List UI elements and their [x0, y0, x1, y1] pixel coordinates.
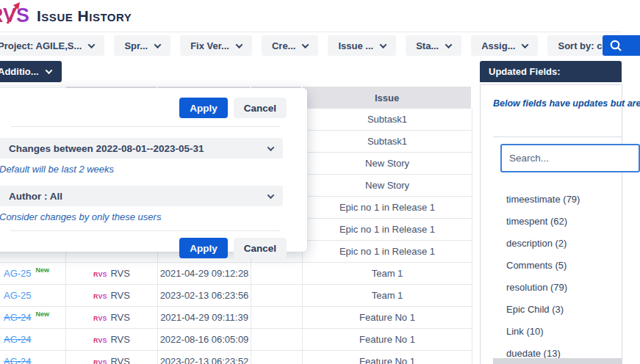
issue-key-link[interactable]: AG-25 — [4, 290, 32, 301]
rvs-logo-text: RVS — [0, 4, 29, 26]
updated-fields-header: Updated Fields: — [480, 61, 622, 82]
field-list-item[interactable]: Epic Child (3) — [506, 298, 580, 320]
issue-cell: Feature No 1 — [303, 307, 472, 329]
issue-cell: Feature No 1 — [303, 351, 472, 364]
search-icon — [609, 39, 622, 52]
field-list-item[interactable]: description (2) — [506, 232, 580, 254]
date-cell: 2023-02-13 06:23:56 — [158, 285, 251, 307]
issue-key-link[interactable]: AG-24 — [4, 312, 32, 323]
filter-chip-fix-version[interactable]: Fix Ver... — [180, 35, 252, 56]
filter-chip-assignee[interactable]: Assig... — [471, 35, 538, 56]
chevron-down-icon — [267, 192, 275, 199]
field-list-item[interactable]: Comments (5) — [506, 254, 580, 276]
table-header-issue: Issue — [303, 87, 472, 109]
date-cell: 2021-04-29 09:12:28 — [158, 263, 251, 285]
extra-cell — [251, 285, 303, 307]
popup-divider — [11, 126, 281, 127]
extra-cell — [251, 307, 303, 329]
rvs-avatar-icon: RVS — [93, 337, 107, 344]
apply-button[interactable]: Apply — [179, 238, 228, 258]
app-window: RVS Issue History Project: AGILE,S...Spr… — [0, 0, 640, 364]
chevron-down-icon — [445, 41, 453, 48]
chevron-down-icon — [302, 41, 309, 48]
apply-button[interactable]: Apply — [179, 98, 228, 118]
author-name: RVS — [110, 268, 130, 279]
updated-fields-title: Updated Fields: — [489, 66, 561, 77]
chevron-down-icon — [45, 67, 52, 74]
issue-cell: Epic no 1 in Release 1 — [303, 197, 472, 219]
author-cell: RVSRVS — [66, 285, 158, 307]
key-cell: AG-24New — [0, 307, 66, 329]
filter-chip-sprint[interactable]: Spr... — [114, 35, 170, 56]
field-list-item[interactable]: timespent (62) — [506, 210, 580, 232]
rvs-avatar-icon: RVS — [93, 293, 107, 300]
date-range-dropdown[interactable]: Changes between 2022-08-01--2023-05-31 — [0, 138, 283, 159]
updated-fields-panel: Below fields have updates but are timees… — [480, 84, 622, 364]
filter-bar: Project: AGILE,S...Spr...Fix Ver...Cre..… — [0, 35, 640, 56]
extra-cell — [251, 263, 303, 285]
author-hint: Consider changes by only these users — [0, 211, 307, 222]
chevron-down-icon — [154, 41, 162, 48]
table-row: AG-24NewRVSRVS2021-04-29 09:11:39Feature… — [0, 307, 472, 329]
page-title: Issue History — [37, 7, 132, 25]
additional-filters-chip[interactable]: Additio... — [0, 61, 62, 82]
issue-cell: Subtask1 — [303, 109, 472, 131]
field-list-item[interactable]: resolution (79) — [506, 276, 580, 298]
filter-chip-label: Sta... — [416, 40, 439, 51]
filter-chip-label: Project: AGILE,S... — [0, 40, 82, 51]
chevron-down-icon — [235, 41, 242, 48]
cancel-button[interactable]: Cancel — [234, 98, 287, 118]
table-row: AG-25NewRVSRVS2021-04-29 09:12:28Team 1 — [0, 263, 472, 285]
field-list-item[interactable]: timeestimate (79) — [506, 188, 580, 210]
updated-fields-note: Below fields have updates but are — [493, 98, 622, 109]
author-cell: RVSRVS — [66, 263, 158, 285]
filter-chip-issue[interactable]: Issue ... — [328, 35, 396, 56]
cancel-button[interactable]: Cancel — [234, 238, 287, 258]
author-cell: RVSRVS — [66, 329, 158, 351]
date-cell: 2023-02-13 06:23:52 — [158, 351, 251, 364]
issue-key-link[interactable]: AG-24 — [4, 356, 32, 364]
horizontal-scrollbar[interactable] — [493, 358, 622, 364]
filter-chip-label: Assig... — [481, 40, 515, 51]
filter-chip-project[interactable]: Project: AGILE,S... — [0, 35, 104, 56]
field-list-item[interactable]: Link (10) — [506, 320, 580, 342]
date-cell: 2021-04-29 09:11:39 — [158, 307, 251, 329]
date-range-value: Changes between 2022-08-01--2023-05-31 — [9, 143, 204, 154]
date-range-hint: Default will be last 2 weeks — [0, 164, 307, 175]
date-cell: 2022-08-16 06:05:09 — [158, 329, 251, 351]
rvs-avatar-icon: RVS — [93, 271, 107, 278]
popup-divider — [11, 230, 281, 231]
issue-key-link[interactable]: AG-24 — [4, 334, 32, 345]
fields-search-input[interactable] — [500, 144, 640, 172]
issue-cell: Feature No 1 — [303, 329, 472, 351]
key-cell: AG-24 — [0, 351, 66, 364]
search-button[interactable] — [603, 35, 640, 56]
key-cell: AG-25 — [0, 285, 66, 307]
author-name: RVS — [110, 312, 130, 323]
issue-cell: Team 1 — [303, 263, 472, 285]
field-list: timeestimate (79)timespent (62)descripti… — [506, 188, 580, 364]
additional-filters-label: Additio... — [0, 66, 39, 77]
new-badge: New — [36, 310, 50, 318]
author-cell: RVSRVS — [66, 307, 158, 329]
filter-chip-label: Fix Ver... — [190, 40, 229, 51]
chevron-down-icon — [267, 144, 275, 151]
rvs-logo: RVS — [0, 4, 29, 27]
issue-cell: Epic no 1 in Release 1 — [303, 241, 472, 263]
key-cell: AG-25New — [0, 263, 66, 285]
extra-cell — [251, 329, 303, 351]
filter-chip-created[interactable]: Cre... — [262, 35, 319, 56]
author-name: RVS — [110, 334, 130, 345]
extra-cell — [251, 351, 303, 364]
panel-divider — [493, 136, 622, 137]
rvs-avatar-icon: RVS — [93, 315, 107, 322]
app-header: RVS Issue History — [0, 0, 622, 32]
issue-key-link[interactable]: AG-25 — [4, 268, 32, 279]
chevron-down-icon — [380, 41, 387, 48]
issue-cell: Subtask1 — [303, 131, 472, 153]
issue-cell: Epic no 1 in Release 1 — [303, 219, 472, 241]
filter-chip-label: Cre... — [272, 40, 296, 51]
additional-filters-popup: Apply Cancel Changes between 2022-08-01-… — [0, 88, 307, 252]
author-dropdown[interactable]: Author : All — [0, 186, 283, 206]
filter-chip-status[interactable]: Sta... — [406, 35, 461, 56]
